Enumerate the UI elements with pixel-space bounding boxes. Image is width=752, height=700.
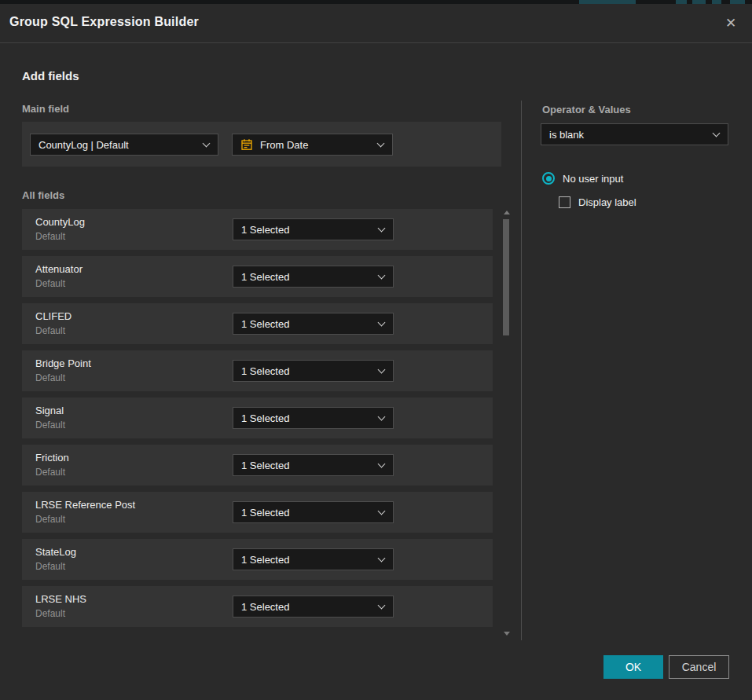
cancel-button[interactable]: Cancel xyxy=(669,655,729,679)
operator-values-label: Operator & Values xyxy=(542,104,631,115)
ok-button[interactable]: OK xyxy=(603,655,663,679)
chevron-down-icon xyxy=(378,508,386,515)
panel-divider xyxy=(521,101,522,640)
field-name: CLIFED xyxy=(35,310,72,322)
group-sql-expression-builder-dialog: Group SQL Expression Builder ✕ Add field… xyxy=(0,4,752,700)
chevron-down-icon xyxy=(713,130,721,137)
field-row: LRSE Reference Post Default 1 Selected xyxy=(22,492,493,533)
chevron-down-icon xyxy=(378,555,386,563)
chevron-down-icon xyxy=(378,225,386,233)
radio-selected-icon xyxy=(542,172,555,185)
field-selected-value: 1 Selected xyxy=(241,460,289,471)
scrollbar[interactable] xyxy=(502,209,511,637)
checkbox-unchecked-icon xyxy=(559,196,570,208)
add-fields-heading: Add fields xyxy=(22,69,79,82)
main-field-select[interactable]: From Date xyxy=(232,134,393,156)
layer-select[interactable]: CountyLog | Default xyxy=(30,134,218,156)
chevron-down-icon xyxy=(378,602,386,610)
scrollbar-up-arrow-icon[interactable] xyxy=(504,211,510,214)
field-selected-dropdown[interactable]: 1 Selected xyxy=(233,218,394,240)
field-subtitle: Default xyxy=(35,514,65,525)
chevron-down-icon xyxy=(378,413,386,421)
close-icon[interactable]: ✕ xyxy=(721,13,741,33)
chevron-down-icon xyxy=(203,140,211,148)
field-selected-dropdown[interactable]: 1 Selected xyxy=(233,596,394,618)
field-row: CountyLog Default 1 Selected xyxy=(22,209,493,250)
chevron-down-icon xyxy=(378,272,386,280)
field-selected-dropdown[interactable]: 1 Selected xyxy=(233,266,394,288)
main-field-panel: CountyLog | Default From Date xyxy=(22,122,501,167)
all-fields-list: CountyLog Default 1 Selected Attenuator … xyxy=(22,209,493,633)
field-selected-value: 1 Selected xyxy=(241,554,289,566)
field-subtitle: Default xyxy=(35,278,65,289)
field-subtitle: Default xyxy=(35,608,65,619)
field-subtitle: Default xyxy=(35,561,65,572)
field-subtitle: Default xyxy=(35,420,65,431)
chevron-down-icon xyxy=(378,319,386,327)
field-name: Attenuator xyxy=(35,263,83,275)
field-selected-dropdown[interactable]: 1 Selected xyxy=(233,313,394,335)
layer-select-value: CountyLog | Default xyxy=(39,139,129,151)
field-selected-dropdown[interactable]: 1 Selected xyxy=(233,407,394,429)
field-selected-dropdown[interactable]: 1 Selected xyxy=(233,454,394,476)
field-selected-value: 1 Selected xyxy=(241,507,289,519)
dialog-title: Group SQL Expression Builder xyxy=(9,15,199,29)
field-subtitle: Default xyxy=(35,467,65,478)
field-name: Bridge Point xyxy=(35,357,91,369)
chevron-down-icon xyxy=(378,460,386,468)
all-fields-label: All fields xyxy=(22,189,64,201)
field-name: Friction xyxy=(35,452,69,464)
chevron-down-icon xyxy=(378,366,386,374)
field-row: Attenuator Default 1 Selected xyxy=(22,256,493,297)
field-row: Signal Default 1 Selected xyxy=(22,398,493,438)
field-subtitle: Default xyxy=(35,231,65,242)
scrollbar-down-arrow-icon[interactable] xyxy=(504,632,510,636)
field-selected-dropdown[interactable]: 1 Selected xyxy=(233,501,394,523)
field-name: LRSE NHS xyxy=(35,593,86,605)
main-field-label: Main field xyxy=(22,103,69,115)
field-name: CountyLog xyxy=(35,216,85,228)
field-row: Bridge Point Default 1 Selected xyxy=(22,350,493,391)
field-selected-value: 1 Selected xyxy=(241,412,289,424)
field-selected-value: 1 Selected xyxy=(241,318,289,330)
no-user-input-radio[interactable]: No user input xyxy=(542,172,623,185)
chevron-down-icon xyxy=(377,140,385,148)
field-row: Friction Default 1 Selected xyxy=(22,445,493,486)
dialog-title-bar: Group SQL Expression Builder ✕ xyxy=(0,4,752,43)
field-subtitle: Default xyxy=(35,372,65,383)
field-selected-value: 1 Selected xyxy=(241,365,289,377)
field-selected-value: 1 Selected xyxy=(241,224,289,236)
field-name: Signal xyxy=(35,405,64,416)
field-selected-dropdown[interactable]: 1 Selected xyxy=(233,548,394,570)
scrollbar-thumb[interactable] xyxy=(503,219,509,335)
operator-select[interactable]: is blank xyxy=(541,123,728,145)
field-row: LRSE NHS Default 1 Selected xyxy=(22,586,493,627)
display-label-checkbox[interactable]: Display label xyxy=(559,196,636,208)
field-subtitle: Default xyxy=(35,325,65,336)
main-field-select-value: From Date xyxy=(260,139,308,151)
operator-select-value: is blank xyxy=(549,129,584,141)
field-name: LRSE Reference Post xyxy=(35,499,135,511)
field-name: StateLog xyxy=(35,546,76,558)
no-user-input-label: No user input xyxy=(563,173,623,185)
field-selected-dropdown[interactable]: 1 Selected xyxy=(233,360,394,382)
field-row: CLIFED Default 1 Selected xyxy=(22,303,493,344)
field-selected-value: 1 Selected xyxy=(241,601,289,613)
field-selected-value: 1 Selected xyxy=(241,271,289,283)
field-row: StateLog Default 1 Selected xyxy=(22,539,493,580)
display-label-label: Display label xyxy=(578,196,636,208)
calendar-icon xyxy=(240,138,253,151)
